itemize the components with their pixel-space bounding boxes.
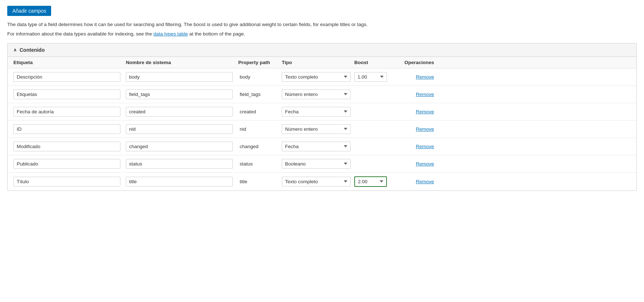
nombre-input[interactable] <box>126 142 233 151</box>
nombre-input[interactable] <box>126 107 233 117</box>
table-row: bodyTexto completoNúmero enteroFechaBool… <box>8 68 636 86</box>
header-ops: Operaciones <box>404 60 434 65</box>
table-row: createdTexto completoNúmero enteroFechaB… <box>8 103 636 121</box>
property-path-value: title <box>238 179 282 184</box>
contenido-section: ∧ Contenido Etiqueta Nombre de sistema P… <box>7 43 637 191</box>
nombre-input[interactable] <box>126 177 233 186</box>
header-boost: Boost <box>354 60 398 65</box>
etiqueta-input[interactable] <box>13 177 120 186</box>
desc2-pre: For information about the data types ava… <box>7 31 153 37</box>
etiqueta-input[interactable] <box>13 124 120 134</box>
property-path-value: created <box>238 109 282 114</box>
property-path-value: body <box>238 74 282 80</box>
desc2-post: at the bottom of the page. <box>188 31 245 37</box>
remove-button[interactable]: Remove <box>416 92 434 97</box>
remove-button[interactable]: Remove <box>416 144 434 149</box>
header-tipo: Tipo <box>282 60 354 65</box>
tipo-select[interactable]: Texto completoNúmero enteroFechaBooleano… <box>282 107 351 117</box>
tipo-select[interactable]: Texto completoNúmero enteroFechaBooleano… <box>282 177 351 186</box>
data-types-link[interactable]: data types table <box>153 31 188 37</box>
etiqueta-input[interactable] <box>13 159 120 169</box>
table-body: bodyTexto completoNúmero enteroFechaBool… <box>8 68 636 190</box>
nombre-input[interactable] <box>126 89 233 99</box>
etiqueta-input[interactable] <box>13 89 120 99</box>
etiqueta-input[interactable] <box>13 107 120 117</box>
property-path-value: status <box>238 161 282 167</box>
remove-button[interactable]: Remove <box>416 161 434 167</box>
nombre-input[interactable] <box>126 159 233 169</box>
tipo-select[interactable]: Texto completoNúmero enteroFechaBooleano… <box>282 142 351 151</box>
remove-button[interactable]: Remove <box>416 109 434 114</box>
nombre-input[interactable] <box>126 124 233 134</box>
property-path-value: field_tags <box>238 92 282 97</box>
header-path: Property path <box>238 60 282 65</box>
header-etiqueta: Etiqueta <box>13 60 126 65</box>
table-row: titleTexto completoNúmero enteroFechaBoo… <box>8 173 636 190</box>
tipo-select[interactable]: Texto completoNúmero enteroFechaBooleano… <box>282 72 351 82</box>
boost-select[interactable]: 1.002.003.005.008.0013.0021.00 <box>354 72 387 82</box>
tipo-select[interactable]: Texto completoNúmero enteroFechaBooleano… <box>282 124 351 134</box>
section-header[interactable]: ∧ Contenido <box>8 43 636 57</box>
property-path-value: changed <box>238 144 282 149</box>
remove-button[interactable]: Remove <box>416 126 434 132</box>
table-row: nidTexto completoNúmero enteroFechaBoole… <box>8 121 636 138</box>
etiqueta-input[interactable] <box>13 142 120 151</box>
section-title: Contenido <box>20 47 45 53</box>
table-row: field_tagsTexto completoNúmero enteroFec… <box>8 86 636 103</box>
add-fields-button[interactable]: Añadir campos <box>7 6 51 16</box>
description-line2: For information about the data types ava… <box>7 30 637 38</box>
remove-button[interactable]: Remove <box>416 179 434 184</box>
chevron-icon: ∧ <box>13 47 17 53</box>
nombre-input[interactable] <box>126 72 233 82</box>
header-nombre: Nombre de sistema <box>126 60 238 65</box>
description-line1: The data type of a field determines how … <box>7 21 637 28</box>
etiqueta-input[interactable] <box>13 72 120 82</box>
table-header: Etiqueta Nombre de sistema Property path… <box>8 57 636 68</box>
property-path-value: nid <box>238 126 282 132</box>
remove-button[interactable]: Remove <box>416 74 434 80</box>
tipo-select[interactable]: Texto completoNúmero enteroFechaBooleano… <box>282 89 351 99</box>
tipo-select[interactable]: Texto completoNúmero enteroFechaBooleano… <box>282 159 351 169</box>
boost-select[interactable]: 1.002.003.005.008.0013.0021.00 <box>354 176 387 187</box>
table-row: statusTexto completoNúmero enteroFechaBo… <box>8 155 636 173</box>
table-row: changedTexto completoNúmero enteroFechaB… <box>8 138 636 155</box>
